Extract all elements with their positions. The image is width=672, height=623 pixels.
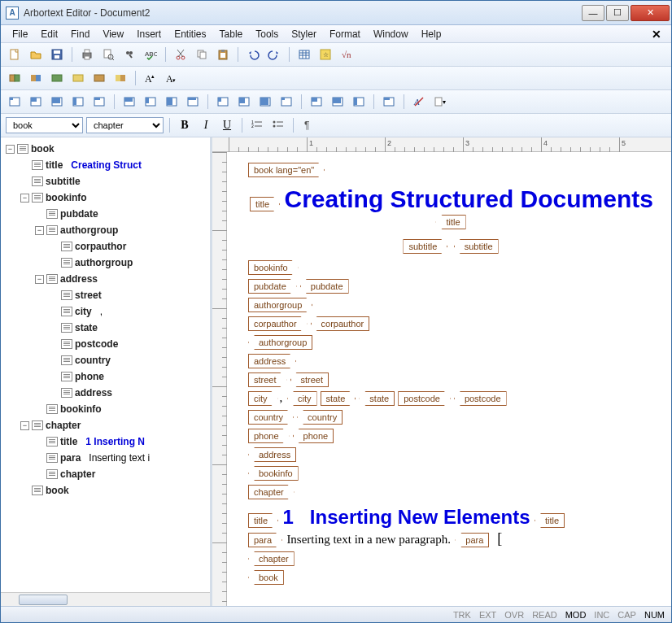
bullet-list-button[interactable] xyxy=(269,116,287,134)
tag-authorgroup-close[interactable]: authorgroup xyxy=(248,335,312,350)
inline-text[interactable]: , xyxy=(280,391,286,404)
insert-equation-button[interactable]: √n xyxy=(338,46,356,63)
tree-node-chapter[interactable]: −chapter xyxy=(2,417,208,433)
structure-tree-pane[interactable]: −booktitleCreating Structsubtitle−bookin… xyxy=(1,137,212,606)
tree-node-title[interactable]: title1 Inserting N xyxy=(2,433,208,450)
tree-node-postcode[interactable]: postcode xyxy=(2,336,208,352)
menu-edit[interactable]: Edit xyxy=(34,27,64,41)
tag-title-close[interactable]: title xyxy=(435,215,465,229)
tag-pubdate-close[interactable]: pubdate xyxy=(300,279,349,294)
bold-button[interactable]: B xyxy=(176,117,194,133)
new-doc-button[interactable] xyxy=(6,46,24,63)
tree-toggle-icon[interactable]: − xyxy=(35,275,44,284)
tree-node-address[interactable]: −address xyxy=(2,271,208,287)
undo-button[interactable] xyxy=(244,46,262,63)
tag-book-close[interactable]: book xyxy=(248,570,284,585)
tag-country-open[interactable]: country xyxy=(248,410,294,425)
menu-find[interactable]: Find xyxy=(64,27,96,41)
tag-button-5[interactable] xyxy=(90,69,108,87)
tree-node-state[interactable]: state xyxy=(2,320,208,336)
tag-book-open[interactable]: book lang="en" xyxy=(248,163,325,177)
tag-button-2[interactable] xyxy=(27,69,45,87)
tag-phone-close[interactable]: phone xyxy=(293,429,334,443)
tag-subtitle-open[interactable]: subtitle xyxy=(403,239,447,254)
menu-view[interactable]: View xyxy=(96,27,130,41)
tag-subtitle-close[interactable]: subtitle xyxy=(454,239,499,254)
tag-city-close[interactable]: city xyxy=(287,391,317,406)
tree-node-corpauthor[interactable]: corpauthor xyxy=(2,238,208,255)
tree-node-pubdate[interactable]: pubdate xyxy=(2,206,208,222)
tree-toggle-icon[interactable]: − xyxy=(20,421,29,430)
maximize-button[interactable]: ☐ xyxy=(606,5,629,21)
table-layout-button-9[interactable] xyxy=(184,93,202,111)
table-layout-button-16[interactable] xyxy=(350,93,368,111)
clear-format-button[interactable]: A xyxy=(410,93,428,111)
menu-window[interactable]: Window xyxy=(367,27,415,41)
tree-node-title[interactable]: titleCreating Struct xyxy=(2,157,208,173)
table-layout-button-13[interactable] xyxy=(277,93,295,111)
chapter-title[interactable]: Inserting New Elements xyxy=(310,506,530,528)
insert-symbol-button[interactable]: ☆ xyxy=(316,46,334,63)
document-pane[interactable]: 12345 book lang="en" title Creating Stru… xyxy=(212,137,671,606)
tree-toggle-icon[interactable]: − xyxy=(6,145,15,154)
tag-address-open[interactable]: address xyxy=(248,354,296,368)
tag-address-close[interactable]: address xyxy=(248,447,296,462)
tree-node-subtitle[interactable]: subtitle xyxy=(2,173,208,190)
find-button[interactable] xyxy=(120,46,138,63)
menu-tools[interactable]: Tools xyxy=(249,27,285,41)
minimize-button[interactable]: — xyxy=(582,5,604,21)
table-layout-button-6[interactable] xyxy=(120,93,138,111)
document-content[interactable]: book lang="en" title Creating Structured… xyxy=(230,152,671,595)
table-layout-button-2[interactable] xyxy=(27,93,45,111)
spellcheck-button[interactable]: ABC xyxy=(142,46,159,63)
tag-bookinfo-open[interactable]: bookinfo xyxy=(248,260,299,275)
tree-node-authorgroup[interactable]: −authorgroup xyxy=(2,222,208,238)
menu-file[interactable]: File xyxy=(6,27,34,41)
underline-button[interactable]: U xyxy=(218,117,236,133)
tag-state-open[interactable]: state xyxy=(321,391,356,406)
tree-hscrollbar[interactable] xyxy=(1,592,210,606)
tag-state-close[interactable]: state xyxy=(359,391,395,406)
menu-insert[interactable]: Insert xyxy=(130,27,168,41)
tag-button-3[interactable] xyxy=(48,69,66,87)
table-layout-button-7[interactable] xyxy=(142,93,159,111)
paste-button[interactable] xyxy=(214,46,232,63)
table-layout-button-3[interactable] xyxy=(48,93,66,111)
tree-node-bookinfo[interactable]: −bookinfo xyxy=(2,190,208,206)
tag-button-4[interactable] xyxy=(69,69,87,87)
tag-para-open[interactable]: para xyxy=(248,533,282,547)
tree-node-para[interactable]: paraInserting text i xyxy=(2,450,208,466)
tag-button-1[interactable] xyxy=(6,69,24,87)
menu-format[interactable]: Format xyxy=(323,27,367,41)
table-layout-button-17[interactable] xyxy=(380,93,398,111)
copy-button[interactable] xyxy=(193,46,211,63)
insert-table-button[interactable] xyxy=(295,46,313,63)
tag-city-open[interactable]: city xyxy=(248,391,278,406)
format-dropdown-button[interactable]: ▾ xyxy=(431,93,449,111)
tag-street-close[interactable]: street xyxy=(290,372,329,387)
tree-node-city[interactable]: city, xyxy=(2,303,208,320)
tag-postcode-open[interactable]: postcode xyxy=(398,391,451,406)
para-text[interactable]: Inserting text in a new paragraph. xyxy=(286,533,451,546)
context-select-2[interactable]: chapter xyxy=(86,117,164,133)
cut-button[interactable] xyxy=(172,46,190,63)
tag-corpauthor-open[interactable]: corpauthor xyxy=(248,316,308,331)
document-title[interactable]: Creating Structured Documents xyxy=(285,185,653,212)
open-button[interactable] xyxy=(27,46,45,63)
context-select-1[interactable]: book xyxy=(6,117,83,133)
menu-table[interactable]: Table xyxy=(213,27,250,41)
tag-chapter-close[interactable]: chapter xyxy=(248,551,295,566)
decrease-font-button[interactable]: A▾ xyxy=(163,69,181,87)
document-close-icon[interactable]: ✕ xyxy=(647,28,666,41)
tree-node-book[interactable]: book xyxy=(2,482,208,499)
tag-pubdate-open[interactable]: pubdate xyxy=(248,279,297,294)
tag-bookinfo-close[interactable]: bookinfo xyxy=(248,466,299,481)
chapter-number[interactable]: 1 xyxy=(282,506,293,528)
tree-node-chapter[interactable]: chapter xyxy=(2,466,208,482)
tag-authorgroup-open[interactable]: authorgroup xyxy=(248,298,312,312)
tag-street-open[interactable]: street xyxy=(248,372,287,387)
tag-ch-title-open[interactable]: title xyxy=(248,513,278,528)
table-layout-button-10[interactable] xyxy=(214,93,232,111)
menu-help[interactable]: Help xyxy=(415,27,448,41)
menu-styler[interactable]: Styler xyxy=(285,27,323,41)
